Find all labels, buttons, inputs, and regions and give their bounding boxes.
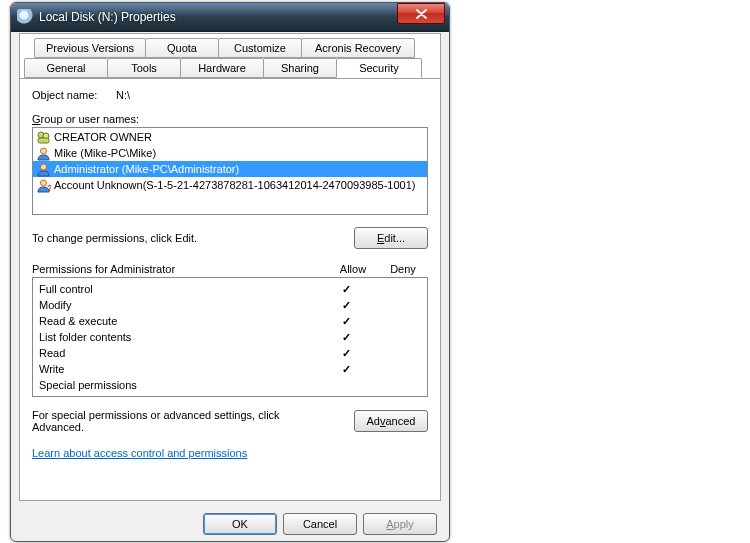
permission-row: Full control✓ [33, 281, 427, 297]
list-item[interactable]: CREATOR OWNER [33, 129, 427, 145]
advanced-button[interactable]: Advanced [354, 410, 428, 432]
drive-icon [17, 9, 33, 25]
list-item-label: Account Unknown(S-1-5-21-4273878281-1063… [54, 179, 415, 191]
titlebar: Local Disk (N:) Properties [11, 3, 449, 32]
permission-allow: ✓ [321, 315, 371, 328]
apply-button[interactable]: Apply [363, 513, 437, 535]
list-item-label: Mike (Mike-PC\Mike) [54, 147, 156, 159]
tab-strip: Previous VersionsQuotaCustomizeAcronis R… [20, 34, 440, 79]
permission-row: Read & execute✓ [33, 313, 427, 329]
tab-customize[interactable]: Customize [218, 38, 302, 58]
permission-name: Read & execute [39, 315, 321, 327]
object-name-label: Object name: [32, 89, 116, 101]
tab-tools[interactable]: Tools [107, 58, 181, 78]
cancel-button[interactable]: Cancel [283, 513, 357, 535]
permission-name: Write [39, 363, 321, 375]
ok-button[interactable]: OK [203, 513, 277, 535]
permission-row: Special permissions [33, 377, 427, 393]
client-area: Previous VersionsQuotaCustomizeAcronis R… [19, 33, 441, 501]
permission-allow: ✓ [321, 331, 371, 344]
permission-row: Modify✓ [33, 297, 427, 313]
advanced-hint: For special permissions or advanced sett… [32, 409, 312, 433]
list-item-label: Administrator (Mike-PC\Administrator) [54, 163, 239, 175]
group-icon [36, 130, 51, 145]
edit-hint: To change permissions, click Edit. [32, 232, 197, 244]
unknown-user-icon: ? [36, 178, 51, 193]
svg-point-4 [41, 164, 47, 170]
properties-window: Local Disk (N:) Properties Previous Vers… [10, 2, 450, 542]
permissions-list: Full control✓Modify✓Read & execute✓List … [32, 277, 428, 397]
help-link[interactable]: Learn about access control and permissio… [32, 447, 247, 459]
group-list-label: Group or user names: [32, 113, 428, 125]
svg-rect-2 [38, 138, 49, 143]
group-user-list[interactable]: CREATOR OWNERMike (Mike-PC\Mike)Administ… [32, 127, 428, 215]
permission-name: Modify [39, 299, 321, 311]
list-item[interactable]: Mike (Mike-PC\Mike) [33, 145, 427, 161]
permission-name: Full control [39, 283, 321, 295]
list-item[interactable]: Administrator (Mike-PC\Administrator) [33, 161, 427, 177]
permission-name: Special permissions [39, 379, 321, 391]
permission-name: Read [39, 347, 321, 359]
tab-sharing[interactable]: Sharing [263, 58, 337, 78]
close-button[interactable] [397, 3, 445, 24]
user-icon [36, 162, 51, 177]
permission-row: Write✓ [33, 361, 427, 377]
permissions-header: Permissions for Administrator Allow Deny [32, 263, 428, 275]
permission-name: List folder contents [39, 331, 321, 343]
close-icon [416, 9, 427, 19]
list-item[interactable]: ?Account Unknown(S-1-5-21-4273878281-106… [33, 177, 427, 193]
tab-security[interactable]: Security [336, 58, 422, 78]
permission-allow: ✓ [321, 363, 371, 376]
security-page: Object name: N:\ Group or user names: CR… [20, 79, 440, 469]
object-name-row: Object name: N:\ [32, 89, 428, 101]
permission-allow: ✓ [321, 347, 371, 360]
tab-hardware[interactable]: Hardware [180, 58, 264, 78]
svg-point-5 [41, 180, 47, 186]
permission-allow: ✓ [321, 283, 371, 296]
permission-allow: ✓ [321, 299, 371, 312]
svg-point-3 [41, 148, 47, 154]
permission-row: List folder contents✓ [33, 329, 427, 345]
user-icon [36, 146, 51, 161]
tab-acronis-recovery[interactable]: Acronis Recovery [301, 38, 415, 58]
tab-previous-versions[interactable]: Previous Versions [34, 38, 146, 58]
perm-header-allow: Allow [328, 263, 378, 275]
tab-general[interactable]: General [24, 58, 108, 78]
tab-quota[interactable]: Quota [145, 38, 219, 58]
permission-row: Read✓ [33, 345, 427, 361]
object-name-value: N:\ [116, 89, 130, 101]
perm-header-deny: Deny [378, 263, 428, 275]
dialog-footer: OK Cancel Apply [11, 513, 449, 535]
window-title: Local Disk (N:) Properties [39, 10, 397, 24]
list-item-label: CREATOR OWNER [54, 131, 152, 143]
edit-button[interactable]: Edit... [354, 227, 428, 249]
svg-text:?: ? [47, 183, 51, 193]
